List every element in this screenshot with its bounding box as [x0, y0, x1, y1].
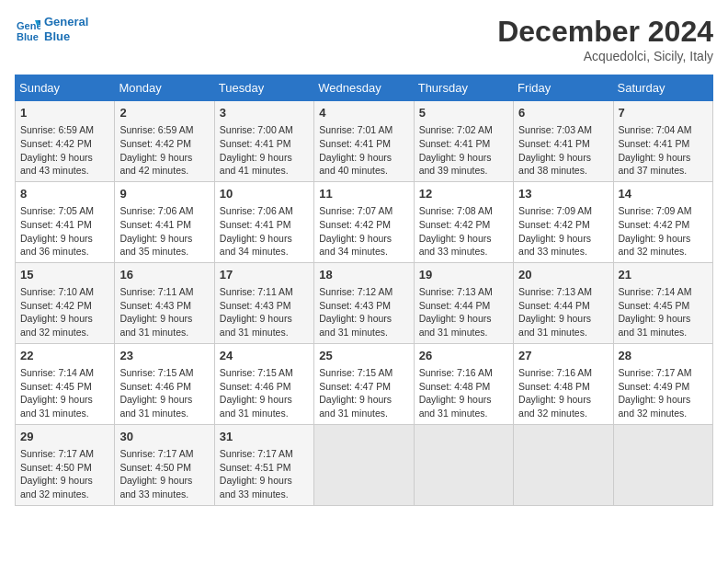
- table-row: 19Sunrise: 7:13 AMSunset: 4:44 PMDayligh…: [414, 262, 513, 343]
- col-monday: Monday: [115, 75, 214, 101]
- table-row: 23Sunrise: 7:15 AMSunset: 4:46 PMDayligh…: [115, 343, 214, 424]
- table-row: 31Sunrise: 7:17 AMSunset: 4:51 PMDayligh…: [214, 424, 313, 505]
- logo-icon: General Blue: [15, 17, 40, 42]
- table-row: 22Sunrise: 7:14 AMSunset: 4:45 PMDayligh…: [16, 343, 115, 424]
- day-number: 14: [619, 186, 708, 202]
- col-thursday: Thursday: [414, 75, 513, 101]
- day-number: 7: [619, 105, 708, 121]
- table-row: 13Sunrise: 7:09 AMSunset: 4:42 PMDayligh…: [514, 181, 613, 262]
- day-number: 6: [518, 105, 608, 121]
- table-row: 2Sunrise: 6:59 AMSunset: 4:42 PMDaylight…: [115, 101, 214, 182]
- day-number: 27: [518, 348, 608, 364]
- table-row: [414, 424, 513, 505]
- table-row: 15Sunrise: 7:10 AMSunset: 4:42 PMDayligh…: [16, 262, 115, 343]
- table-row: 28Sunrise: 7:17 AMSunset: 4:49 PMDayligh…: [613, 343, 712, 424]
- table-row: 27Sunrise: 7:16 AMSunset: 4:48 PMDayligh…: [514, 343, 613, 424]
- col-tuesday: Tuesday: [214, 75, 313, 101]
- day-number: 21: [619, 267, 708, 283]
- table-row: 29Sunrise: 7:17 AMSunset: 4:50 PMDayligh…: [16, 424, 115, 505]
- day-number: 9: [119, 186, 209, 202]
- calendar-week-row: 15Sunrise: 7:10 AMSunset: 4:42 PMDayligh…: [16, 262, 713, 343]
- table-row: 25Sunrise: 7:15 AMSunset: 4:47 PMDayligh…: [314, 343, 414, 424]
- day-number: 18: [319, 267, 408, 283]
- table-row: 3Sunrise: 7:00 AMSunset: 4:41 PMDaylight…: [214, 101, 313, 182]
- day-number: 11: [319, 186, 408, 202]
- col-wednesday: Wednesday: [314, 75, 414, 101]
- location-subtitle: Acquedolci, Sicily, Italy: [497, 49, 713, 63]
- day-number: 24: [220, 348, 309, 364]
- table-row: 5Sunrise: 7:02 AMSunset: 4:41 PMDaylight…: [414, 101, 513, 182]
- calendar-week-row: 1Sunrise: 6:59 AMSunset: 4:42 PMDaylight…: [16, 101, 713, 182]
- day-number: 28: [619, 348, 708, 364]
- table-row: 26Sunrise: 7:16 AMSunset: 4:48 PMDayligh…: [414, 343, 513, 424]
- table-row: 14Sunrise: 7:09 AMSunset: 4:42 PMDayligh…: [613, 181, 712, 262]
- table-row: 6Sunrise: 7:03 AMSunset: 4:41 PMDaylight…: [514, 101, 613, 182]
- day-number: 31: [220, 429, 309, 445]
- table-row: 10Sunrise: 7:06 AMSunset: 4:41 PMDayligh…: [214, 181, 313, 262]
- col-friday: Friday: [514, 75, 613, 101]
- day-number: 4: [319, 105, 408, 121]
- day-number: 22: [20, 348, 109, 364]
- title-block: December 2024 Acquedolci, Sicily, Italy: [497, 15, 713, 63]
- calendar-table: Sunday Monday Tuesday Wednesday Thursday…: [15, 75, 713, 506]
- table-row: 8Sunrise: 7:05 AMSunset: 4:41 PMDaylight…: [16, 181, 115, 262]
- day-number: 16: [119, 267, 209, 283]
- table-row: 11Sunrise: 7:07 AMSunset: 4:42 PMDayligh…: [314, 181, 414, 262]
- table-row: 17Sunrise: 7:11 AMSunset: 4:43 PMDayligh…: [214, 262, 313, 343]
- day-number: 10: [220, 186, 309, 202]
- table-row: 9Sunrise: 7:06 AMSunset: 4:41 PMDaylight…: [115, 181, 214, 262]
- day-number: 25: [319, 348, 408, 364]
- table-row: 1Sunrise: 6:59 AMSunset: 4:42 PMDaylight…: [16, 101, 115, 182]
- table-row: 4Sunrise: 7:01 AMSunset: 4:41 PMDaylight…: [314, 101, 414, 182]
- col-saturday: Saturday: [613, 75, 712, 101]
- table-row: 16Sunrise: 7:11 AMSunset: 4:43 PMDayligh…: [115, 262, 214, 343]
- day-number: 23: [119, 348, 209, 364]
- table-row: 24Sunrise: 7:15 AMSunset: 4:46 PMDayligh…: [214, 343, 313, 424]
- table-row: [613, 424, 712, 505]
- day-number: 12: [419, 186, 508, 202]
- day-number: 15: [20, 267, 109, 283]
- col-sunday: Sunday: [16, 75, 115, 101]
- svg-text:Blue: Blue: [17, 31, 39, 42]
- day-number: 3: [220, 105, 309, 121]
- day-number: 8: [20, 186, 109, 202]
- month-title: December 2024: [497, 15, 713, 49]
- table-row: [514, 424, 613, 505]
- day-number: 26: [419, 348, 508, 364]
- header-row: Sunday Monday Tuesday Wednesday Thursday…: [16, 75, 713, 101]
- calendar-week-row: 22Sunrise: 7:14 AMSunset: 4:45 PMDayligh…: [16, 343, 713, 424]
- day-number: 1: [20, 105, 109, 121]
- logo-text: General Blue: [44, 15, 88, 43]
- logo: General Blue General Blue: [15, 15, 88, 43]
- day-number: 5: [419, 105, 508, 121]
- day-number: 13: [518, 186, 608, 202]
- table-row: 30Sunrise: 7:17 AMSunset: 4:50 PMDayligh…: [115, 424, 214, 505]
- calendar-week-row: 8Sunrise: 7:05 AMSunset: 4:41 PMDaylight…: [16, 181, 713, 262]
- day-number: 17: [220, 267, 309, 283]
- table-row: 20Sunrise: 7:13 AMSunset: 4:44 PMDayligh…: [514, 262, 613, 343]
- day-number: 2: [119, 105, 209, 121]
- table-row: 12Sunrise: 7:08 AMSunset: 4:42 PMDayligh…: [414, 181, 513, 262]
- day-number: 29: [20, 429, 109, 445]
- day-number: 19: [419, 267, 508, 283]
- table-row: 7Sunrise: 7:04 AMSunset: 4:41 PMDaylight…: [613, 101, 712, 182]
- day-number: 20: [518, 267, 608, 283]
- table-row: 21Sunrise: 7:14 AMSunset: 4:45 PMDayligh…: [613, 262, 712, 343]
- calendar-week-row: 29Sunrise: 7:17 AMSunset: 4:50 PMDayligh…: [16, 424, 713, 505]
- table-row: 18Sunrise: 7:12 AMSunset: 4:43 PMDayligh…: [314, 262, 414, 343]
- page-header: General Blue General Blue December 2024 …: [15, 15, 713, 63]
- table-row: [314, 424, 414, 505]
- day-number: 30: [119, 429, 209, 445]
